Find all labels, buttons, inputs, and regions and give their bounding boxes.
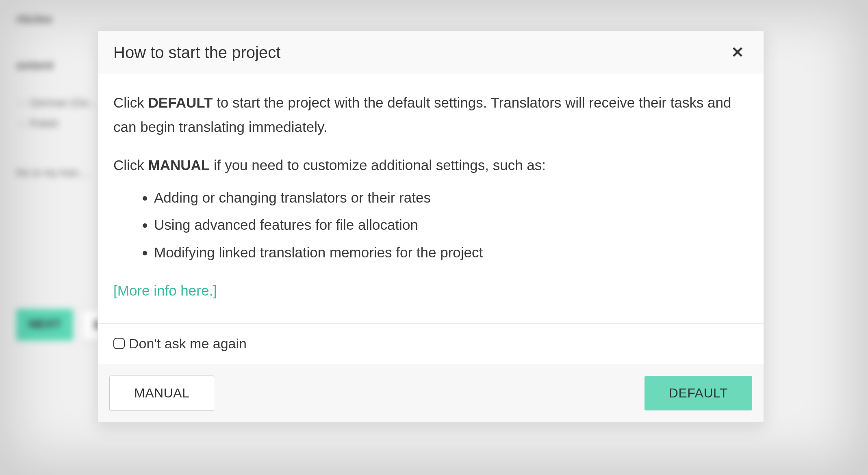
para2-prefix: Click — [113, 157, 148, 173]
more-info-link[interactable]: [More info here.] — [113, 283, 217, 298]
para2-suffix: if you need to customize additional sett… — [210, 157, 546, 173]
backdrop-next-button: NEXT — [16, 309, 73, 341]
para1-bold: DEFAULT — [148, 95, 213, 110]
dialog-paragraph-default: Click DEFAULT to start the project with … — [113, 91, 748, 139]
dialog-paragraph-manual: Click MANUAL if you need to customize ad… — [113, 153, 748, 177]
close-icon[interactable]: ✕ — [727, 43, 748, 62]
backdrop-text: rticles — [16, 12, 852, 26]
dont-ask-checkbox[interactable] — [113, 338, 125, 349]
dialog-footer: MANUAL DEFAULT — [98, 364, 764, 422]
dialog-bullet-list: Adding or changing translators or their … — [113, 186, 748, 265]
dialog-header: How to start the project ✕ — [98, 31, 764, 74]
default-button[interactable]: DEFAULT — [644, 376, 752, 410]
list-item: Using advanced features for file allocat… — [154, 213, 748, 237]
dialog-title: How to start the project — [113, 43, 280, 62]
checkbox-label: Don't ask me again — [129, 336, 247, 352]
dialog-checkbox-row: Don't ask me again — [98, 323, 764, 364]
list-item: Adding or changing translators or their … — [154, 186, 748, 210]
start-project-dialog: How to start the project ✕ Click DEFAULT… — [98, 30, 764, 423]
dialog-body: Click DEFAULT to start the project with … — [98, 74, 764, 323]
list-item: Modifying linked translation memories fo… — [154, 240, 748, 265]
para1-prefix: Click — [113, 95, 148, 110]
para2-bold: MANUAL — [148, 157, 210, 173]
manual-button[interactable]: MANUAL — [109, 376, 214, 411]
